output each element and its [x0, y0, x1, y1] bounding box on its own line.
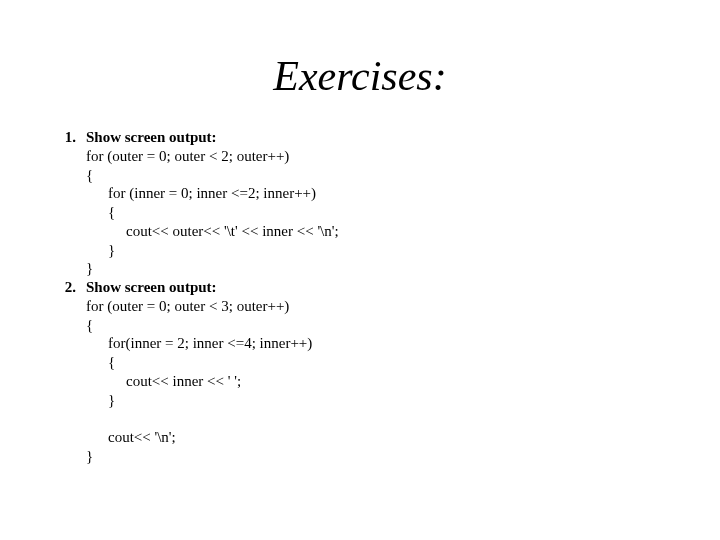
- code-line: for (outer = 0; outer < 2; outer++): [86, 147, 720, 166]
- code-line: }: [86, 447, 720, 466]
- item-content: Show screen output: for (outer = 0; oute…: [86, 128, 720, 278]
- code-line: cout<< inner << ' ';: [86, 372, 720, 391]
- code-line: }: [86, 241, 720, 260]
- code-line: {: [86, 353, 720, 372]
- code-line: cout<< outer<< '\t' << inner << '\n';: [86, 222, 720, 241]
- page-title: Exercises:: [0, 0, 720, 128]
- code-line: {: [86, 316, 720, 335]
- exercise-1: 1. Show screen output: for (outer = 0; o…: [52, 128, 720, 278]
- code-line: }: [86, 391, 720, 410]
- item-heading: Show screen output:: [86, 278, 720, 297]
- item-content: Show screen output: for (outer = 0; oute…: [86, 278, 720, 466]
- item-number: 1.: [52, 128, 76, 278]
- code-line: cout<< '\n';: [86, 428, 720, 447]
- body: 1. Show screen output: for (outer = 0; o…: [0, 128, 720, 466]
- item-number: 2.: [52, 278, 76, 466]
- code-line: {: [86, 166, 720, 185]
- code-line: {: [86, 203, 720, 222]
- code-line: [86, 409, 720, 428]
- code-line: for(inner = 2; inner <=4; inner++): [86, 334, 720, 353]
- code-line: for (outer = 0; outer < 3; outer++): [86, 297, 720, 316]
- item-heading: Show screen output:: [86, 128, 720, 147]
- slide: Exercises: 1. Show screen output: for (o…: [0, 0, 720, 540]
- exercise-2: 2. Show screen output: for (outer = 0; o…: [52, 278, 720, 466]
- spacer: [76, 278, 86, 466]
- code-line: }: [86, 259, 720, 278]
- spacer: [76, 128, 86, 278]
- code-line: for (inner = 0; inner <=2; inner++): [86, 184, 720, 203]
